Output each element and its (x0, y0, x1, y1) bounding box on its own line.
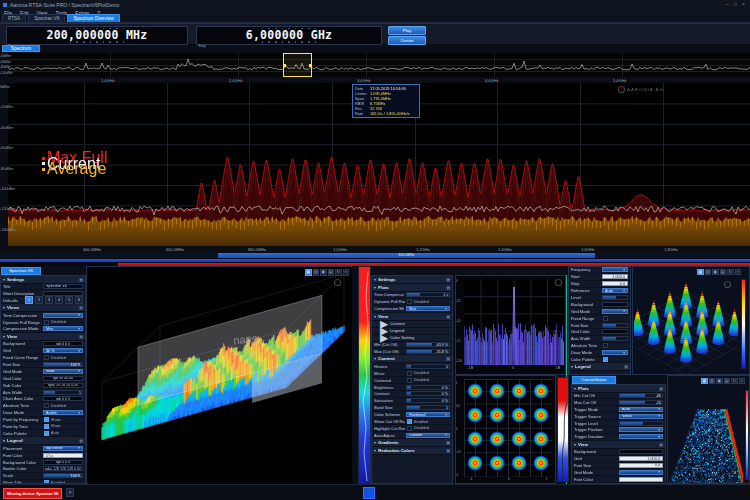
setting-show-cut-off-ranges[interactable]: Show Cut Off Ranges✓Enabled (372, 419, 452, 426)
setting-min-cut-off[interactable]: Min Cut Off-80 (572, 393, 665, 400)
setting-border-color[interactable]: Border Colorrgba 128 128 128 0,50 (1, 466, 85, 473)
setting-control[interactable]: -63,9 % (406, 342, 450, 347)
split-view-icon[interactable]: ▧ (709, 378, 716, 385)
checkbox[interactable] (407, 299, 412, 304)
close-icon[interactable]: × (739, 378, 746, 385)
default-button-6[interactable]: 6 (75, 296, 83, 304)
setting-trigger-level[interactable]: Trigger Level (572, 420, 665, 427)
group-view[interactable]: ▾View▦ (1, 333, 85, 341)
setting-control[interactable]: Rainbow2▾ (406, 412, 450, 417)
setting-absolute-time[interactable]: Absolute TimeDisabled (1, 403, 85, 410)
group-legend[interactable]: ▾Legend▦ (569, 363, 630, 371)
doc-tab-rtsa[interactable]: RTSA (2, 14, 26, 22)
setting-control[interactable]: ▾ (619, 434, 663, 439)
snapshot-icon[interactable]: ▣ (716, 378, 723, 385)
setting-background[interactable]: Backgroundrgb 0 0 0 (1, 341, 85, 348)
setting-control[interactable] (602, 295, 628, 300)
setting-control[interactable]: Solid▾ (43, 369, 83, 374)
setting-control[interactable]: 0 % (406, 391, 450, 396)
setting-control[interactable]: rgb 0 0 0 (43, 460, 83, 465)
group-settings[interactable]: ▾Settings▦ (372, 276, 452, 284)
setting-font-size[interactable]: Font Size100 % (1, 362, 85, 369)
setting-control[interactable]: top center▾ (43, 446, 83, 451)
zoom-scrollbar-thumb[interactable]: 800,0MHz (218, 253, 595, 258)
setting-control[interactable]: rgb 0 0 0 (43, 341, 83, 346)
setting-control[interactable]: rgba 128 128 128 0,50 (43, 466, 83, 471)
constellation-canvas[interactable] (464, 379, 552, 477)
checkbox[interactable] (603, 343, 608, 348)
checkbox[interactable]: ✓ (44, 417, 49, 422)
dock-icon[interactable]: ▤ (328, 269, 335, 276)
rotate-icon[interactable]: ↻ (727, 269, 734, 276)
setting-grid[interactable]: Grid1.000,0 (572, 456, 665, 463)
setting-control[interactable]: Max▾ (406, 306, 450, 311)
rotate-icon[interactable]: ↻ (335, 269, 342, 276)
setting-control[interactable]: 1.000,0 (602, 274, 628, 279)
button-play[interactable]: Play (388, 26, 426, 35)
setting-grid[interactable]: Grid40 %▾ (1, 348, 85, 355)
setting-control[interactable]: ▾ (602, 350, 628, 355)
layout-icon[interactable]: ▦ (305, 269, 312, 276)
setting-frequency[interactable]: Frequency▾ (569, 267, 630, 274)
setting-axis-width[interactable]: Axis Width1 (1, 389, 85, 396)
group-view[interactable]: ▾View▦ (572, 441, 665, 449)
setting-trigger-duration[interactable]: Trigger Duration▾ (572, 434, 665, 441)
setting-control[interactable]: rgba 20 20 20 0,50 (43, 383, 83, 388)
setting-control[interactable]: Video▾ (619, 414, 663, 419)
setting-start[interactable]: Start1.000,0 (569, 274, 630, 281)
close-icon[interactable]: × (735, 269, 742, 276)
subgroup-color-setting[interactable]: ▸Color Setting (372, 335, 452, 342)
tab-constellation[interactable]: Constellation (572, 376, 616, 384)
peaks-3d-canvas[interactable] (634, 276, 738, 374)
setting-control[interactable] (43, 291, 83, 296)
setting-control[interactable]: 1 (43, 390, 83, 395)
default-button-1[interactable]: 1 (25, 296, 33, 304)
error-dismiss-button[interactable]: × (66, 488, 74, 497)
setting-level[interactable]: Level (569, 295, 630, 302)
rotate-icon[interactable]: ↻ (731, 378, 738, 385)
setting-control[interactable]: Max▾ (43, 326, 83, 331)
start-frequency-display[interactable]: 200,000000 MHz (6, 26, 188, 45)
setting-control[interactable]: Spectran V6 (43, 284, 83, 289)
setting-dynamic-full-range[interactable]: Dynamic Full RangeDisabled (372, 299, 452, 306)
waterfall-3d-canvas[interactable] (669, 385, 743, 483)
setting-font-color[interactable]: Font Colorrgba 255 255 255 0,50 (1, 452, 85, 459)
checkbox[interactable]: ✓ (407, 419, 412, 424)
group-views[interactable]: ▾Views▦ (1, 304, 85, 312)
setting-mirror[interactable]: MirrorDisabled (372, 370, 452, 377)
setting-axis-width[interactable]: Axis Width (569, 336, 630, 343)
setting-trigger-mode[interactable]: Trigger ModeAuto▾ (572, 406, 665, 413)
default-button-2[interactable]: 2 (35, 296, 43, 304)
setting-control[interactable]: 0 % (406, 385, 450, 390)
setting-contrast[interactable]: Contrast0 % (372, 391, 452, 398)
setting-control[interactable] (619, 449, 663, 454)
setting-control[interactable]: rgb 40 40 40 (43, 376, 83, 381)
setting-scale[interactable]: Scale100 % (1, 473, 85, 480)
doc-tab-spectrum-overview[interactable]: Spectrum Overview (67, 14, 119, 22)
setting-time-compression[interactable]: Time Compression▾ (1, 312, 85, 319)
setting-control[interactable]: 100 % (43, 473, 83, 478)
layout-icon[interactable]: ▦ (701, 378, 708, 385)
checkbox[interactable]: ✓ (44, 424, 49, 429)
setting-trigger-source[interactable]: Trigger SourceVideo▾ (572, 413, 665, 420)
setting-control[interactable]: Custom▾ (406, 433, 450, 438)
overview-zoom-selection[interactable] (283, 53, 312, 77)
close-icon[interactable]: × (343, 269, 350, 276)
checkbox[interactable] (44, 320, 49, 325)
stop-frequency-display[interactable]: 6,000000 GHz (196, 26, 382, 45)
setting-grid-mode[interactable]: Grid Mode▾ (572, 469, 665, 476)
setting-compression-mode[interactable]: Compression ModeMax▾ (372, 306, 452, 313)
setting-control[interactable]: rgba 255 255 255 0,50 (43, 453, 83, 458)
setting-control[interactable]: -31,8 % (406, 349, 450, 354)
setting-control[interactable]: -20 (619, 400, 663, 405)
constellation-color-scale[interactable] (557, 377, 569, 482)
digit-decrement-dots[interactable] (70, 41, 124, 43)
setting-title[interactable]: TitleSpectran V6 (1, 284, 85, 291)
setting-font-color[interactable]: Font Color (572, 476, 665, 483)
default-button-5[interactable]: 5 (65, 296, 73, 304)
setting-trigger-position[interactable]: Trigger Position▾ (572, 427, 665, 434)
checkbox[interactable] (603, 316, 608, 321)
setting-control[interactable] (619, 477, 663, 482)
setting-control[interactable]: Auto▾ (619, 407, 663, 412)
snapshot-icon[interactable]: ▣ (712, 269, 719, 276)
